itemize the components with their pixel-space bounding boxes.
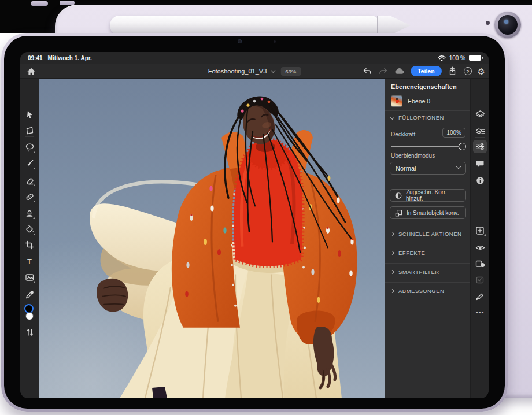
- panel-divider: [385, 110, 471, 111]
- layer-name: Ebene 0: [408, 98, 430, 105]
- crop-tool-icon[interactable]: [24, 240, 35, 250]
- fill-bucket-tool-icon[interactable]: [24, 224, 35, 235]
- battery-percent: 100 %: [449, 55, 466, 61]
- opacity-value-box[interactable]: 100%: [442, 128, 466, 138]
- redo-button[interactable]: [378, 66, 389, 76]
- cloud-sync-icon[interactable]: [394, 66, 405, 76]
- layer-mask-icon[interactable]: [475, 258, 485, 269]
- app-title-bar: Fotoshooting_01_V3 63%: [20, 64, 489, 79]
- flatten-brush-icon[interactable]: [475, 291, 485, 301]
- brush-tool-icon[interactable]: [24, 158, 35, 169]
- add-clipped-adjustment-button[interactable]: Zugeschn. Korr. hinzuf.: [390, 189, 466, 202]
- info-icon[interactable]: [475, 175, 485, 186]
- export-icon[interactable]: [448, 66, 458, 76]
- help-icon[interactable]: ?: [464, 67, 472, 75]
- lasso-select-tool-icon[interactable]: [24, 142, 35, 153]
- compact-layers-icon[interactable]: [475, 126, 485, 136]
- rail-divider: [25, 236, 34, 236]
- ios-status-bar: 09:41 Mittwoch 1. Apr. 100 %: [20, 52, 489, 64]
- comments-icon[interactable]: [475, 158, 485, 169]
- send-to-layer-icon[interactable]: [475, 275, 485, 285]
- layer-visibility-eye-icon[interactable]: [475, 242, 485, 253]
- clone-stamp-tool-icon[interactable]: [24, 208, 35, 218]
- chevron-down-icon: [390, 116, 394, 120]
- wifi-icon: [438, 55, 446, 61]
- chevron-right-icon: [390, 270, 394, 274]
- clock: 09:41: [28, 55, 43, 61]
- chevron-right-icon: [390, 232, 394, 236]
- move-tool-icon[interactable]: [24, 109, 35, 120]
- layer-properties-panel: Ebeneneigenschaften Ebene 0 FÜLLOPTIONEN…: [385, 79, 470, 398]
- adjustment-icon: [395, 192, 402, 199]
- panel-divider: [385, 282, 471, 283]
- chevron-down-icon: [270, 68, 275, 72]
- apple-pencil-seam: [377, 16, 378, 35]
- opacity-label: Deckkraft: [391, 131, 415, 138]
- rear-mic-dot: [486, 21, 490, 25]
- type-tool-icon[interactable]: T: [24, 256, 35, 266]
- volume-button: [60, 1, 75, 5]
- workspace: T: [20, 79, 489, 398]
- eyedropper-tool-icon[interactable]: [24, 289, 35, 299]
- battery-icon: [469, 55, 481, 61]
- settings-gear-icon[interactable]: ⚙: [478, 67, 485, 76]
- volume-button: [31, 1, 48, 6]
- zoom-level-badge[interactable]: 63%: [280, 67, 301, 76]
- layer-row[interactable]: Ebene 0: [389, 94, 467, 109]
- panel-divider: [385, 227, 471, 227]
- chevron-right-icon: [390, 289, 394, 293]
- opacity-slider[interactable]: [391, 143, 465, 151]
- section-quick-actions[interactable]: SCHNELLE AKTIONEN: [391, 231, 461, 237]
- swap-compare-icon[interactable]: [24, 327, 35, 338]
- section-smart-filter[interactable]: SMARTFILTER: [391, 269, 439, 275]
- background-color-chip[interactable]: [25, 312, 34, 320]
- front-sensor: [274, 40, 276, 43]
- panel-divider: [385, 183, 471, 183]
- marketing-scene: 09:41 Mittwoch 1. Apr. 100 %: [0, 0, 532, 415]
- undo-button[interactable]: [362, 66, 372, 76]
- layers-icon[interactable]: [475, 109, 485, 120]
- smart-object-icon: [395, 209, 402, 217]
- rear-camera-lens: [498, 15, 518, 35]
- ipad-bezel: 09:41 Mittwoch 1. Apr. 100 %: [4, 36, 505, 409]
- front-camera: [238, 39, 242, 43]
- more-options-icon[interactable]: •••: [475, 307, 485, 317]
- document-title[interactable]: Fotoshooting_01_V3: [208, 68, 274, 75]
- add-layer-icon[interactable]: [475, 225, 485, 236]
- panel-divider: [385, 244, 471, 244]
- blend-mode-value: Normal: [396, 165, 416, 172]
- strip-divider: [475, 137, 485, 138]
- date: Mittwoch 1. Apr.: [48, 55, 92, 61]
- panel-title: Ebeneneigenschaften: [391, 83, 457, 90]
- photo-canvas[interactable]: [39, 79, 385, 398]
- panel-divider: [385, 301, 471, 301]
- panel-switch-strip: •••: [470, 79, 489, 398]
- blend-mode-dropdown[interactable]: Normal: [390, 162, 466, 175]
- photoshop-app-screen: 09:41 Mittwoch 1. Apr. 100 %: [20, 52, 489, 398]
- svg-text:T: T: [27, 257, 32, 265]
- section-dimensions[interactable]: ABMESSUNGEN: [391, 288, 444, 294]
- section-effects[interactable]: EFFEKTE: [391, 250, 425, 256]
- rail-divider: [25, 324, 34, 324]
- share-button[interactable]: Teilen: [411, 66, 442, 76]
- convert-smart-object-button[interactable]: In Smartobjekt konv.: [390, 206, 466, 219]
- layer-thumbnail: [391, 95, 402, 107]
- layer-properties-icon[interactable]: [475, 141, 485, 151]
- camera-glint: [504, 20, 508, 24]
- eraser-tool-icon[interactable]: [24, 175, 35, 186]
- rail-divider: [25, 136, 34, 137]
- panel-divider: [385, 263, 471, 264]
- section-fill-options[interactable]: FÜLLOPTIONEN: [391, 114, 444, 121]
- chevron-down-icon: [456, 164, 461, 169]
- chevron-right-icon: [390, 251, 394, 255]
- tool-rail: T: [20, 79, 39, 398]
- front-ipad-device: 09:41 Mittwoch 1. Apr. 100 %: [1, 33, 508, 412]
- slider-knob[interactable]: [459, 143, 466, 150]
- transform-tool-icon[interactable]: [24, 125, 35, 136]
- blend-mode-label: Überblendmodus: [391, 153, 435, 159]
- home-icon[interactable]: [26, 66, 36, 76]
- rear-camera: [494, 12, 521, 38]
- slider-track: [391, 146, 465, 147]
- healing-brush-tool-icon[interactable]: [24, 191, 35, 202]
- place-photo-tool-icon[interactable]: [24, 272, 35, 283]
